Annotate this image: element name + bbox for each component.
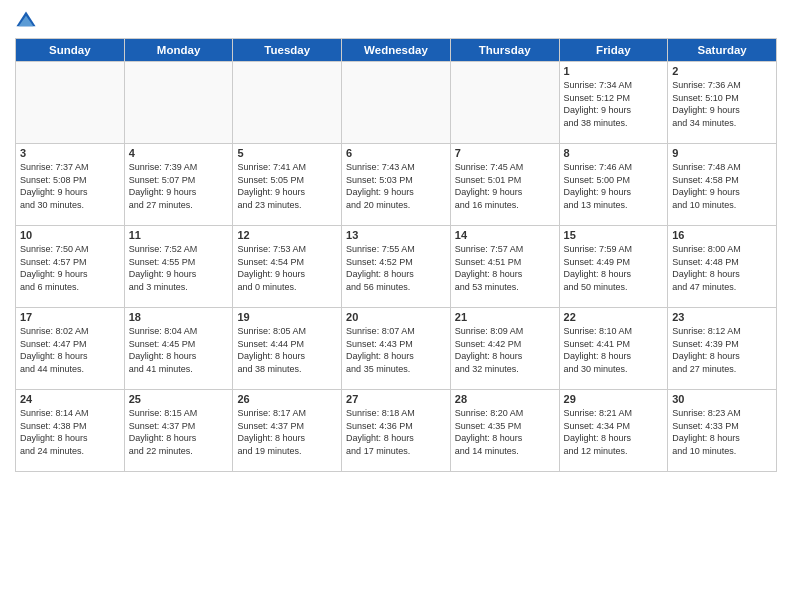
day-detail: Sunrise: 8:02 AM Sunset: 4:47 PM Dayligh… xyxy=(20,326,89,374)
calendar-cell: 17Sunrise: 8:02 AM Sunset: 4:47 PM Dayli… xyxy=(16,308,125,390)
header-row: SundayMondayTuesdayWednesdayThursdayFrid… xyxy=(16,39,777,62)
day-detail: Sunrise: 8:20 AM Sunset: 4:35 PM Dayligh… xyxy=(455,408,524,456)
day-number: 27 xyxy=(346,393,446,405)
calendar-cell: 5Sunrise: 7:41 AM Sunset: 5:05 PM Daylig… xyxy=(233,144,342,226)
day-number: 9 xyxy=(672,147,772,159)
calendar-cell: 10Sunrise: 7:50 AM Sunset: 4:57 PM Dayli… xyxy=(16,226,125,308)
day-number: 11 xyxy=(129,229,229,241)
day-detail: Sunrise: 7:43 AM Sunset: 5:03 PM Dayligh… xyxy=(346,162,415,210)
col-header-wednesday: Wednesday xyxy=(342,39,451,62)
col-header-tuesday: Tuesday xyxy=(233,39,342,62)
calendar-cell: 2Sunrise: 7:36 AM Sunset: 5:10 PM Daylig… xyxy=(668,62,777,144)
day-number: 19 xyxy=(237,311,337,323)
day-detail: Sunrise: 8:21 AM Sunset: 4:34 PM Dayligh… xyxy=(564,408,633,456)
calendar-cell: 27Sunrise: 8:18 AM Sunset: 4:36 PM Dayli… xyxy=(342,390,451,472)
day-number: 21 xyxy=(455,311,555,323)
day-detail: Sunrise: 8:12 AM Sunset: 4:39 PM Dayligh… xyxy=(672,326,741,374)
day-detail: Sunrise: 8:05 AM Sunset: 4:44 PM Dayligh… xyxy=(237,326,306,374)
calendar-cell: 14Sunrise: 7:57 AM Sunset: 4:51 PM Dayli… xyxy=(450,226,559,308)
page-header xyxy=(15,10,777,32)
day-number: 28 xyxy=(455,393,555,405)
day-detail: Sunrise: 8:15 AM Sunset: 4:37 PM Dayligh… xyxy=(129,408,198,456)
day-number: 13 xyxy=(346,229,446,241)
calendar-cell: 26Sunrise: 8:17 AM Sunset: 4:37 PM Dayli… xyxy=(233,390,342,472)
day-detail: Sunrise: 7:45 AM Sunset: 5:01 PM Dayligh… xyxy=(455,162,524,210)
day-detail: Sunrise: 8:00 AM Sunset: 4:48 PM Dayligh… xyxy=(672,244,741,292)
day-detail: Sunrise: 7:46 AM Sunset: 5:00 PM Dayligh… xyxy=(564,162,633,210)
day-detail: Sunrise: 7:41 AM Sunset: 5:05 PM Dayligh… xyxy=(237,162,306,210)
col-header-monday: Monday xyxy=(124,39,233,62)
day-detail: Sunrise: 8:17 AM Sunset: 4:37 PM Dayligh… xyxy=(237,408,306,456)
col-header-saturday: Saturday xyxy=(668,39,777,62)
week-row-4: 17Sunrise: 8:02 AM Sunset: 4:47 PM Dayli… xyxy=(16,308,777,390)
calendar-cell: 18Sunrise: 8:04 AM Sunset: 4:45 PM Dayli… xyxy=(124,308,233,390)
day-detail: Sunrise: 7:37 AM Sunset: 5:08 PM Dayligh… xyxy=(20,162,89,210)
day-detail: Sunrise: 7:53 AM Sunset: 4:54 PM Dayligh… xyxy=(237,244,306,292)
day-number: 2 xyxy=(672,65,772,77)
day-detail: Sunrise: 8:23 AM Sunset: 4:33 PM Dayligh… xyxy=(672,408,741,456)
day-number: 7 xyxy=(455,147,555,159)
calendar-cell: 6Sunrise: 7:43 AM Sunset: 5:03 PM Daylig… xyxy=(342,144,451,226)
day-number: 12 xyxy=(237,229,337,241)
day-number: 15 xyxy=(564,229,664,241)
day-number: 16 xyxy=(672,229,772,241)
day-number: 8 xyxy=(564,147,664,159)
day-number: 30 xyxy=(672,393,772,405)
week-row-5: 24Sunrise: 8:14 AM Sunset: 4:38 PM Dayli… xyxy=(16,390,777,472)
logo-icon xyxy=(15,10,37,32)
day-detail: Sunrise: 7:55 AM Sunset: 4:52 PM Dayligh… xyxy=(346,244,415,292)
day-detail: Sunrise: 7:57 AM Sunset: 4:51 PM Dayligh… xyxy=(455,244,524,292)
calendar-cell: 9Sunrise: 7:48 AM Sunset: 4:58 PM Daylig… xyxy=(668,144,777,226)
calendar-cell xyxy=(342,62,451,144)
calendar-cell: 1Sunrise: 7:34 AM Sunset: 5:12 PM Daylig… xyxy=(559,62,668,144)
day-detail: Sunrise: 7:50 AM Sunset: 4:57 PM Dayligh… xyxy=(20,244,89,292)
calendar-cell: 20Sunrise: 8:07 AM Sunset: 4:43 PM Dayli… xyxy=(342,308,451,390)
day-detail: Sunrise: 7:59 AM Sunset: 4:49 PM Dayligh… xyxy=(564,244,633,292)
day-detail: Sunrise: 8:18 AM Sunset: 4:36 PM Dayligh… xyxy=(346,408,415,456)
day-detail: Sunrise: 8:04 AM Sunset: 4:45 PM Dayligh… xyxy=(129,326,198,374)
calendar-cell xyxy=(16,62,125,144)
week-row-3: 10Sunrise: 7:50 AM Sunset: 4:57 PM Dayli… xyxy=(16,226,777,308)
page-container: SundayMondayTuesdayWednesdayThursdayFrid… xyxy=(0,0,792,482)
calendar-cell xyxy=(450,62,559,144)
calendar-cell: 24Sunrise: 8:14 AM Sunset: 4:38 PM Dayli… xyxy=(16,390,125,472)
calendar-cell: 8Sunrise: 7:46 AM Sunset: 5:00 PM Daylig… xyxy=(559,144,668,226)
day-number: 24 xyxy=(20,393,120,405)
week-row-1: 1Sunrise: 7:34 AM Sunset: 5:12 PM Daylig… xyxy=(16,62,777,144)
day-number: 18 xyxy=(129,311,229,323)
col-header-sunday: Sunday xyxy=(16,39,125,62)
day-number: 20 xyxy=(346,311,446,323)
day-number: 23 xyxy=(672,311,772,323)
day-number: 26 xyxy=(237,393,337,405)
calendar-cell: 30Sunrise: 8:23 AM Sunset: 4:33 PM Dayli… xyxy=(668,390,777,472)
day-number: 14 xyxy=(455,229,555,241)
calendar-cell: 19Sunrise: 8:05 AM Sunset: 4:44 PM Dayli… xyxy=(233,308,342,390)
day-number: 6 xyxy=(346,147,446,159)
calendar-cell: 4Sunrise: 7:39 AM Sunset: 5:07 PM Daylig… xyxy=(124,144,233,226)
day-number: 10 xyxy=(20,229,120,241)
calendar-cell: 23Sunrise: 8:12 AM Sunset: 4:39 PM Dayli… xyxy=(668,308,777,390)
calendar-cell xyxy=(124,62,233,144)
day-number: 3 xyxy=(20,147,120,159)
logo xyxy=(15,10,41,32)
calendar-cell: 25Sunrise: 8:15 AM Sunset: 4:37 PM Dayli… xyxy=(124,390,233,472)
day-detail: Sunrise: 8:14 AM Sunset: 4:38 PM Dayligh… xyxy=(20,408,89,456)
day-number: 22 xyxy=(564,311,664,323)
day-number: 29 xyxy=(564,393,664,405)
day-detail: Sunrise: 7:34 AM Sunset: 5:12 PM Dayligh… xyxy=(564,80,633,128)
calendar-cell: 22Sunrise: 8:10 AM Sunset: 4:41 PM Dayli… xyxy=(559,308,668,390)
col-header-thursday: Thursday xyxy=(450,39,559,62)
day-number: 5 xyxy=(237,147,337,159)
day-number: 4 xyxy=(129,147,229,159)
col-header-friday: Friday xyxy=(559,39,668,62)
calendar-cell xyxy=(233,62,342,144)
day-detail: Sunrise: 7:48 AM Sunset: 4:58 PM Dayligh… xyxy=(672,162,741,210)
calendar-cell: 21Sunrise: 8:09 AM Sunset: 4:42 PM Dayli… xyxy=(450,308,559,390)
day-number: 17 xyxy=(20,311,120,323)
calendar-cell: 28Sunrise: 8:20 AM Sunset: 4:35 PM Dayli… xyxy=(450,390,559,472)
calendar-cell: 15Sunrise: 7:59 AM Sunset: 4:49 PM Dayli… xyxy=(559,226,668,308)
calendar-cell: 12Sunrise: 7:53 AM Sunset: 4:54 PM Dayli… xyxy=(233,226,342,308)
calendar-cell: 11Sunrise: 7:52 AM Sunset: 4:55 PM Dayli… xyxy=(124,226,233,308)
day-detail: Sunrise: 8:07 AM Sunset: 4:43 PM Dayligh… xyxy=(346,326,415,374)
calendar-cell: 16Sunrise: 8:00 AM Sunset: 4:48 PM Dayli… xyxy=(668,226,777,308)
